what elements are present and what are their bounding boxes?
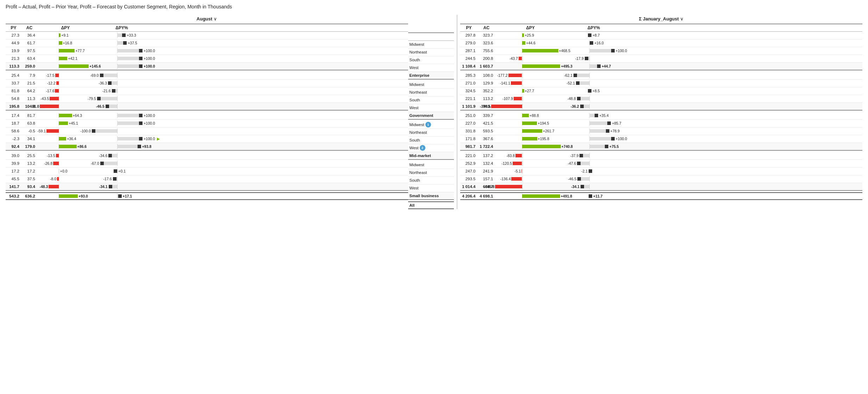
cell-ac: 755.6 <box>478 49 495 53</box>
subtotal-py: 1 014.4 <box>460 185 478 189</box>
region-label: Northeast <box>410 50 427 54</box>
label-row: Northeast <box>408 169 454 177</box>
dpypct-bar: +100.0 <box>94 113 150 118</box>
dpypct-bar: -21.6 <box>94 88 150 94</box>
dpypct-bar: -79.5 <box>94 96 150 101</box>
dpy-bar: -12.2 <box>37 80 94 86</box>
label-row: Northeast <box>408 89 454 96</box>
data-row: 21.363.4+42.1+100.0 <box>6 55 408 63</box>
cell-ac: 17.2 <box>21 169 37 173</box>
dpy-bar: +88.8 <box>495 113 566 118</box>
cell-py: 221.1 <box>460 96 478 101</box>
subtotal-dpy-bar: -91.0 <box>37 104 94 109</box>
total-dpy-bar: +93.0 <box>37 193 94 199</box>
data-row: 279.0323.6+44.6+16.0 <box>460 39 863 47</box>
dpypct-bar: -36.3 <box>94 80 150 86</box>
region-label: Northeast <box>410 90 427 94</box>
august-col-headers: PY AC ΔPY ΔPY% <box>6 24 408 32</box>
label-row: South <box>408 137 454 144</box>
dpypct-bar: +78.9 <box>566 128 622 134</box>
dpy-bar: +44.6 <box>495 40 566 46</box>
data-row: 324.5352.2+27.7+8.5 <box>460 87 863 95</box>
data-row: 58.6-0.5-59.1-100.0 <box>6 127 408 135</box>
subtotal-row: 1 014.4668.7-345.8-34.1 <box>460 183 863 191</box>
region-label: Midwest <box>410 123 424 127</box>
aug-col-py: PY <box>6 25 21 30</box>
dpypct-bar: +33.3 <box>94 32 150 38</box>
data-row: 39.913.2-26.8-67.0 <box>6 160 408 168</box>
label-row: South <box>408 96 454 104</box>
cell-py: 324.5 <box>460 89 478 93</box>
cell-ac: 97.5 <box>21 49 37 53</box>
data-row: 171.8367.6+195.8+100.0 <box>460 135 863 143</box>
label-row: Northeast <box>408 129 454 137</box>
dpy-bar: -107.9 <box>495 96 566 101</box>
cell-py: 221.0 <box>460 154 478 158</box>
august-header[interactable]: August ∨ <box>6 15 408 24</box>
dpy-bar: -8.0 <box>37 176 94 182</box>
dpy-bar: +64.3 <box>37 113 94 118</box>
total-dpypct-bar: +11.7 <box>566 193 622 199</box>
region-label: Midwest <box>410 163 424 167</box>
label-row: Midwest <box>408 81 454 89</box>
dpy-bar: -17.6 <box>37 88 94 94</box>
group-label: Enterprise <box>410 73 430 77</box>
jan-col-dpy: ΔPY <box>495 25 566 30</box>
dpypct-bar: +100.0 <box>94 48 150 54</box>
cell-py: 297.8 <box>460 33 478 37</box>
data-row: 44.961.7+16.8+37.5 <box>6 39 408 47</box>
all-label: All <box>410 203 415 207</box>
subtotal-ac: 1 722.4 <box>478 144 495 149</box>
subtotal-dpypct-bar: -34.1 <box>566 184 622 189</box>
data-row: 33.721.5-12.2-36.3 <box>6 80 408 87</box>
cell-ac: 323.6 <box>478 41 495 45</box>
cell-ac: 37.5 <box>21 177 37 181</box>
dpy-bar: +77.7 <box>37 48 94 54</box>
jan-aug-header[interactable]: Σ January_August ∨ <box>460 15 863 24</box>
subtotal-label: Enterprise <box>408 72 454 80</box>
jan-data-rows: 297.8323.7+25.9+8.7279.0323.6+44.6+16.02… <box>460 32 863 200</box>
subtotal-dpypct-bar: +100.0 <box>94 63 150 69</box>
data-row: 271.0129.9-141.1-52.1 <box>460 80 863 87</box>
subtotal-dpy-bar: -48.3 <box>37 184 94 189</box>
subtotal-py: 92.4 <box>6 144 21 149</box>
dpypct-bar: -46.5 <box>566 176 622 182</box>
cell-ac: 36.4 <box>21 33 37 37</box>
cell-py: 171.8 <box>460 137 478 141</box>
region-label: South <box>410 58 420 62</box>
dpy-bar: -43.7 <box>495 56 566 61</box>
subtotal-dpypct-bar: +44.7 <box>566 63 622 69</box>
subtotal-dpypct-bar: +93.8 <box>94 144 150 149</box>
cell-ac: 81.7 <box>21 113 37 118</box>
region-label: West <box>410 65 419 70</box>
cell-py: 271.0 <box>460 81 478 85</box>
subtotal-label: Small business <box>408 192 454 200</box>
cell-py: 58.6 <box>6 129 21 133</box>
subtotal-ac: 259.0 <box>21 64 37 68</box>
subtotal-py: 1 108.4 <box>460 64 478 68</box>
page-title: Profit – Actual, Profit – Prior Year, Pr… <box>6 4 862 11</box>
data-row: 17.481.7+64.3+100.0 <box>6 112 408 120</box>
subtotal-dpy-bar: +145.6 <box>37 63 94 69</box>
dpy-bar: -136.4 <box>495 176 566 182</box>
dpypct-bar: +100.0 <box>94 56 150 61</box>
data-row: 25.47.9-17.5-69.0 <box>6 72 408 80</box>
data-row: 293.5157.1-136.4-46.5 <box>460 175 863 183</box>
cell-ac: 323.7 <box>478 33 495 37</box>
data-row: 18.763.8+45.1+100.0 <box>6 120 408 127</box>
cell-ac: 108.0 <box>478 73 495 77</box>
aug-data-rows: 27.336.4+9.1+33.344.961.7+16.8+37.519.99… <box>6 32 408 200</box>
dpy-bar: +16.8 <box>37 40 94 46</box>
dpypct-bar: -37.9 <box>566 153 622 158</box>
group-label: Small business <box>410 194 439 198</box>
total-dpy-bar: +491.8 <box>495 193 566 199</box>
label-row: South <box>408 177 454 185</box>
group-label: Mid-market <box>410 154 431 158</box>
subtotal-label: Government <box>408 112 454 120</box>
dpypct-bar: +35.4 <box>566 113 622 118</box>
subtotal-dpy-bar: +86.6 <box>37 144 94 149</box>
cell-py: 45.5 <box>6 177 21 181</box>
subtotal-py: 1 101.9 <box>460 104 478 108</box>
dpypct-bar: +100.0 <box>566 48 622 54</box>
cell-ac: 137.2 <box>478 154 495 158</box>
